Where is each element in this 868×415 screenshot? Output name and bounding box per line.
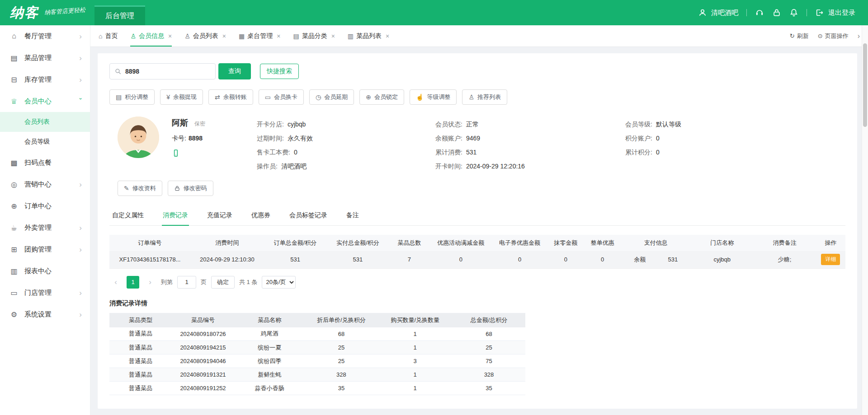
close-icon[interactable]: × — [331, 33, 335, 40]
prev-page-button[interactable]: ‹ — [109, 276, 122, 289]
sidebar-item-stores[interactable]: ▭ 门店管理 › — [0, 282, 90, 303]
info-column-2: 会员状态:正常 余额账户:9469 累计消费:531 开卡时间:2024-09-… — [435, 117, 625, 173]
change-password-button[interactable]: 修改密码 — [168, 181, 213, 196]
brand-logo: 纳客 — [10, 4, 39, 22]
table-icon: ▦ — [239, 33, 245, 40]
details-section-title: 消费记录详情 — [109, 299, 845, 308]
table-row: 普通菜品 20240809191252 蒜香小香肠 35 1 35 — [109, 382, 525, 395]
user-icon — [698, 8, 707, 17]
sidebar-item-order-center[interactable]: ⊕ 订单中心 — [0, 195, 90, 217]
nav-tab-label: 后台管理 — [105, 11, 134, 21]
order-total-cell: 531 — [264, 251, 326, 268]
field-value: 清吧酒吧 — [281, 163, 307, 170]
column-header: 优惠活动满减金额 — [429, 235, 492, 251]
sidebar-item-label: 库存管理 — [24, 75, 52, 84]
nav-tab-backend[interactable]: 后台管理 — [94, 5, 145, 25]
close-icon[interactable]: × — [386, 33, 389, 40]
tab-coupons[interactable]: 优惠券 — [250, 207, 271, 225]
goto-page-input[interactable] — [177, 276, 196, 289]
detail-cell: 3 — [377, 354, 453, 368]
balance-withdraw-button[interactable]: ¥ 余额提现 — [160, 89, 203, 105]
page-size-select[interactable]: 20条/页 — [262, 276, 296, 289]
sidebar-item-restaurant[interactable]: ⌂ 餐厅管理 › — [0, 25, 90, 47]
search-box — [109, 63, 216, 79]
tab-consumption-records[interactable]: 消费记录 — [162, 207, 189, 225]
tab-home[interactable]: ⌂ 首页 — [99, 25, 118, 47]
field-label: 操作员: — [257, 163, 278, 170]
close-icon[interactable]: × — [168, 33, 172, 40]
stores-icon: ▭ — [9, 289, 19, 297]
search-input[interactable] — [125, 68, 211, 75]
edit-pencil-icon: ✎ — [124, 185, 129, 192]
member-icon: ♙ — [130, 33, 136, 40]
edit-profile-button[interactable]: ✎ 修改资料 — [118, 181, 162, 196]
tab-custom-attributes[interactable]: 自定义属性 — [111, 207, 145, 225]
page-actions-button[interactable]: ⊙ 页面操作 — [818, 32, 849, 40]
confirm-page-button[interactable]: 确定 — [211, 276, 235, 289]
sidebar-item-takeout[interactable]: ☕ 外卖管理 › — [0, 217, 90, 238]
tab-member-tag-records[interactable]: 会员标签记录 — [288, 207, 328, 225]
detail-button[interactable]: 详细 — [821, 254, 840, 265]
sidebar-item-label: 门店管理 — [24, 289, 52, 297]
sidebar-item-groupbuy[interactable]: ⊞ 团购管理 › — [0, 238, 90, 260]
notification-bell-icon[interactable] — [789, 8, 798, 17]
inventory-icon: ⊟ — [9, 75, 19, 84]
next-page-button[interactable]: › — [144, 276, 156, 289]
tab-remarks[interactable]: 备注 — [345, 207, 360, 225]
tab-dish-category[interactable]: ▤ 菜品分类 × — [293, 25, 335, 47]
sidebar-item-label: 菜品管理 — [24, 54, 52, 62]
tab-label: 菜品分类 — [302, 32, 327, 40]
tab-member-info[interactable]: ♙ 会员信息 × — [130, 25, 172, 47]
level-adjust-button[interactable]: ☝ 等级调整 — [410, 89, 457, 105]
member-lock-button[interactable]: ⊕ 会员锁定 — [359, 89, 404, 105]
chevron-right-icon: › — [79, 311, 82, 318]
goto-prefix-label: 到第 — [161, 278, 173, 286]
sidebar-item-dishes[interactable]: ▤ 菜品管理 › — [0, 47, 90, 69]
detail-cell: 1 — [377, 368, 453, 382]
scrollbar-thumb[interactable] — [863, 43, 867, 127]
dishes-icon: ▤ — [9, 54, 19, 62]
sidebar-item-reports[interactable]: ▥ 报表中心 — [0, 260, 90, 282]
support-headset-icon[interactable] — [755, 8, 764, 17]
tab-label: 桌台管理 — [247, 32, 273, 40]
sidebar-item-settings[interactable]: ⚙ 系统设置 › — [0, 303, 90, 325]
tab-table-management[interactable]: ▦ 桌台管理 × — [239, 25, 280, 47]
column-header: 实付总金额/积分 — [326, 235, 389, 251]
points-adjust-button[interactable]: ▤ 积分调整 — [109, 89, 155, 105]
tab-member-list[interactable]: ♙ 会员列表 × — [184, 25, 226, 47]
sidebar-item-qr-order[interactable]: ▩ 扫码点餐 — [0, 152, 90, 173]
detail-tabs: 自定义属性 消费记录 充值记录 优惠券 会员标签记录 备注 — [109, 207, 845, 226]
close-icon[interactable]: × — [222, 33, 226, 40]
tab-dish-list[interactable]: ▥ 菜品列表 × — [348, 25, 389, 47]
lock-icon[interactable] — [772, 8, 781, 17]
logout-button[interactable]: 退出登录 — [815, 8, 855, 17]
sidebar-item-member-list[interactable]: 会员列表 — [0, 112, 90, 132]
recommend-list-button[interactable]: ♙ 推荐列表 — [462, 89, 507, 105]
logout-icon — [815, 8, 824, 17]
page-number-button[interactable]: 1 — [127, 276, 139, 289]
field-label: 会员状态: — [435, 121, 462, 128]
sidebar-item-member-center[interactable]: ♕ 会员中心 ˇ — [0, 90, 90, 112]
column-header: 总金额/总积分 — [453, 313, 525, 327]
sidebar-item-marketing[interactable]: ◎ 营销中心 › — [0, 173, 90, 195]
mobile-phone-icon[interactable] — [172, 149, 180, 157]
close-icon[interactable]: × — [277, 33, 280, 40]
query-button[interactable]: 查询 — [218, 63, 251, 79]
sidebar: ⌂ 餐厅管理 › ▤ 菜品管理 › ⊟ 库存管理 › ♕ 会员中心 ˇ 会员列表… — [0, 25, 90, 415]
tab-recharge-records[interactable]: 充值记录 — [206, 207, 233, 225]
balance-transfer-button[interactable]: ⇄ 余额转账 — [208, 89, 253, 105]
current-user[interactable]: 清吧酒吧 — [698, 8, 738, 17]
sidebar-item-member-level[interactable]: 会员等级 — [0, 132, 90, 152]
chevron-right-icon[interactable]: › — [858, 32, 860, 40]
button-label: 等级调整 — [427, 93, 450, 101]
table-header-row: 菜品类型 菜品编号 菜品名称 折后单价/兑换积分 购买数量/兑换数量 总金额/总… — [109, 313, 525, 327]
table-row[interactable]: XF170343615178178... 2024-09-29 12:10:30… — [109, 251, 845, 268]
sidebar-item-inventory[interactable]: ⊟ 库存管理 › — [0, 69, 90, 90]
refresh-button[interactable]: ↻ 刷新 — [790, 32, 809, 40]
scrollbar[interactable] — [862, 25, 868, 415]
field-label: 累计积分: — [625, 149, 652, 156]
member-extend-button[interactable]: ◷ 会员延期 — [309, 89, 354, 105]
quick-search-button[interactable]: 快捷搜索 — [260, 64, 299, 79]
refresh-icon: ↻ — [790, 33, 795, 39]
card-swap-button[interactable]: ▭ 会员换卡 — [259, 89, 304, 105]
